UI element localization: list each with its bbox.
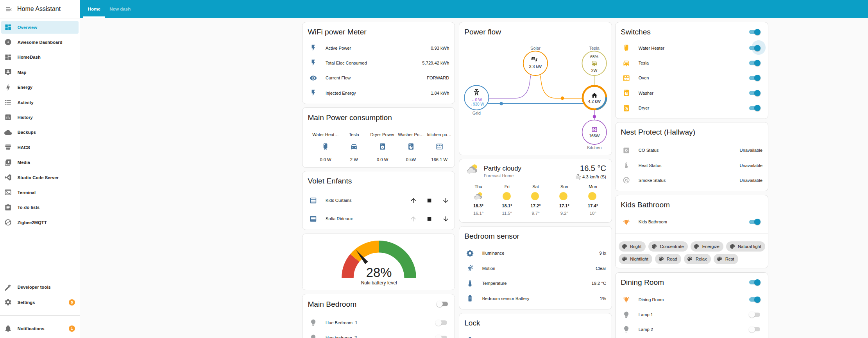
svg-text:28%: 28% bbox=[366, 265, 392, 280]
svg-text:Tesla: Tesla bbox=[589, 46, 600, 50]
svg-text:←0 W: ←0 W bbox=[471, 98, 482, 102]
svg-text:Nuki battery level: Nuki battery level bbox=[361, 280, 397, 286]
svg-text:4.2 kW: 4.2 kW bbox=[588, 99, 600, 104]
svg-text:2W: 2W bbox=[591, 68, 597, 73]
svg-text:3.3 kW: 3.3 kW bbox=[529, 65, 541, 69]
svg-text:Solar: Solar bbox=[530, 46, 540, 50]
svg-text:166W: 166W bbox=[589, 134, 600, 138]
svg-text:Grid: Grid bbox=[472, 111, 480, 115]
svg-text:Kitchen: Kitchen bbox=[587, 145, 601, 150]
svg-text:65%: 65% bbox=[590, 55, 598, 59]
svg-text:→930 W: →930 W bbox=[469, 102, 484, 106]
